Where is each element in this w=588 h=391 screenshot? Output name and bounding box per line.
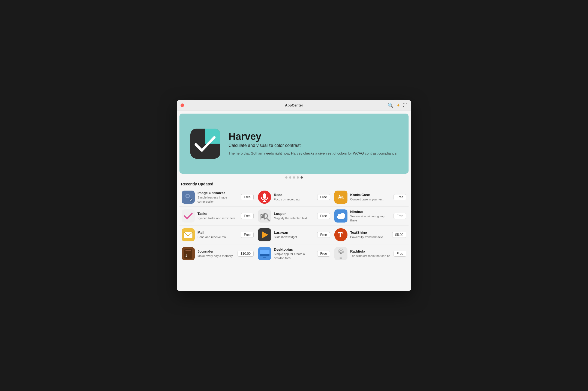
app-icon-raddiola: [334, 247, 347, 260]
app-icon-reco: [258, 191, 271, 204]
app-icon-tasks: [182, 209, 195, 223]
svg-point-21: [340, 213, 345, 218]
list-item[interactable]: Reco Focus on recording Free: [256, 188, 332, 207]
svg-rect-35: [260, 250, 269, 254]
list-item[interactable]: Desktopius Simple app for create a deskt…: [256, 244, 332, 263]
app-desc: Slideshow widget: [274, 235, 314, 239]
dot-3[interactable]: [293, 176, 295, 179]
free-button[interactable]: Free: [317, 213, 330, 219]
list-item[interactable]: Aa KonbuCase Convert case in your text F…: [332, 188, 409, 207]
list-item[interactable]: Raddiola The simplest radio that can be …: [332, 244, 409, 263]
app-name: Mail: [197, 230, 238, 235]
svg-point-6: [186, 195, 189, 197]
app-name: TextShine: [350, 230, 389, 235]
free-button[interactable]: Free: [394, 194, 406, 200]
app-icon-louper: 阿: [258, 209, 271, 223]
close-button[interactable]: ×: [181, 103, 184, 107]
expand-icon[interactable]: ⛶: [403, 103, 407, 108]
app-icon-larawan: [258, 228, 271, 241]
app-info: TextShine Powerfully transform text: [350, 230, 389, 239]
dot-2[interactable]: [289, 176, 291, 179]
list-item[interactable]: J Journaler Make every day a memory $10.…: [179, 244, 256, 263]
app-info: Mail Send and receive mail: [197, 230, 238, 239]
app-desc: Simple lossless image compression: [197, 196, 238, 203]
free-button[interactable]: Free: [317, 194, 330, 200]
list-item[interactable]: 阿 Louper Magnify the selected text Free: [256, 207, 332, 226]
app-desc: Powerfully transform text: [350, 235, 389, 239]
free-button[interactable]: Free: [394, 251, 406, 257]
titlebar: × AppCenter 🔍 ✦ ⛶: [177, 100, 411, 111]
list-item[interactable]: Larawan Slideshow widget Free: [256, 226, 332, 244]
svg-point-40: [339, 257, 343, 259]
app-name: Nimbus: [350, 210, 391, 214]
app-name: Raddiola: [350, 249, 391, 253]
app-desc: Magnify the selected text: [274, 216, 314, 220]
dot-5[interactable]: [301, 176, 303, 179]
svg-rect-36: [263, 257, 266, 258]
price-button[interactable]: $5.00: [392, 232, 406, 238]
app-name: Tasks: [197, 212, 238, 216]
app-desc: Synced tasks and reminders: [197, 216, 238, 220]
app-icon-konbucase: Aa: [334, 191, 347, 204]
section-title: Recently Updated: [177, 180, 411, 188]
app-window: × AppCenter 🔍 ✦ ⛶ Harvey Calculate and v…: [177, 100, 411, 291]
list-item[interactable]: Tasks Synced tasks and reminders Free: [179, 207, 256, 226]
hero-app-icon: [190, 129, 220, 159]
free-button[interactable]: Free: [241, 213, 254, 219]
carousel-dots: [177, 176, 411, 179]
svg-rect-31: [185, 252, 191, 252]
price-button[interactable]: $10.00: [238, 251, 254, 257]
app-info: Raddiola The simplest radio that can be: [350, 249, 391, 258]
app-name: Image Optimizer: [197, 191, 238, 195]
app-info: Journaler Make every day a memory: [197, 249, 235, 258]
free-button[interactable]: Free: [241, 194, 254, 200]
app-name: Louper: [274, 212, 314, 216]
svg-rect-30: [185, 250, 191, 251]
app-info: Reco Focus on recording: [274, 193, 314, 201]
app-desc: Send and receive mail: [197, 235, 238, 239]
app-desc: Simple app for create a desktop files: [274, 252, 314, 260]
app-info: Nimbus See outside without going there: [350, 210, 391, 222]
free-button[interactable]: Free: [317, 232, 330, 238]
app-desc: Focus on recording: [274, 197, 314, 201]
titlebar-right: 🔍 ✦ ⛶: [388, 102, 407, 108]
app-name: KonbuCase: [350, 193, 391, 197]
app-icon-desktopius: [258, 247, 271, 260]
app-info: KonbuCase Convert case in your text: [350, 193, 391, 201]
hero-tagline: Calculate and visualize color contrast: [229, 143, 398, 148]
app-name: Journaler: [197, 249, 235, 253]
dot-4[interactable]: [297, 176, 299, 179]
titlebar-left: ×: [181, 103, 184, 107]
app-icon-nimbus: [334, 209, 347, 223]
dot-1[interactable]: [285, 176, 287, 179]
app-name: Desktopius: [274, 247, 314, 251]
hero-banner[interactable]: Harvey Calculate and visualize color con…: [179, 114, 409, 174]
hero-text: Harvey Calculate and visualize color con…: [229, 131, 398, 156]
app-name: Reco: [274, 193, 314, 197]
app-desc: Convert case in your text: [350, 197, 391, 201]
free-button[interactable]: Free: [241, 232, 254, 238]
list-item[interactable]: Nimbus See outside without going there F…: [332, 207, 409, 226]
list-item[interactable]: T TextShine Powerfully transform text $5…: [332, 226, 409, 244]
list-item[interactable]: Mail Send and receive mail Free: [179, 226, 256, 244]
list-item[interactable]: Image Optimizer Simple lossless image co…: [179, 188, 256, 207]
hero-app-name: Harvey: [229, 131, 398, 142]
app-info: Tasks Synced tasks and reminders: [197, 212, 238, 220]
hero-description: The hero that Gotham needs right now. Ha…: [229, 151, 398, 156]
gear-icon[interactable]: ✦: [396, 102, 400, 108]
app-info: Larawan Slideshow widget: [274, 230, 314, 239]
app-info: Desktopius Simple app for create a deskt…: [274, 247, 314, 260]
svg-rect-10: [263, 193, 266, 199]
app-desc: The simplest radio that can be: [350, 254, 391, 258]
app-name: Larawan: [274, 230, 314, 235]
app-desc: Make every day a memory: [197, 254, 235, 258]
free-button[interactable]: Free: [394, 213, 406, 219]
app-icon-journaler: J: [182, 247, 195, 260]
app-desc: See outside without going there: [350, 214, 391, 222]
svg-rect-13: [182, 209, 195, 223]
app-info: Louper Magnify the selected text: [274, 212, 314, 220]
app-icon-image-optimizer: [182, 191, 195, 204]
free-button[interactable]: Free: [317, 251, 330, 257]
search-icon[interactable]: 🔍: [388, 102, 394, 108]
svg-rect-1: [205, 129, 220, 144]
